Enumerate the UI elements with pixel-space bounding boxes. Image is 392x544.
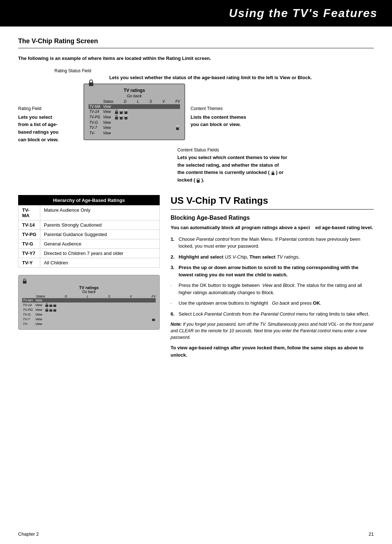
small-row-tvma: TV-MA View [22,298,156,303]
page-header: Using the TV's Features [0,0,392,27]
content-status-bold: Lets you select which content themes to … [177,154,287,184]
svg-rect-19 [197,180,200,183]
svg-rect-12 [124,117,127,119]
rating-cell: TV-Y [19,258,40,268]
steps-list: 1.Choose Parental control from the Main … [171,236,374,318]
step-text: Use the up/down arrow buttons to highlig… [179,300,321,307]
svg-rect-8 [115,117,118,119]
small-diagram: TV ratings Go back StatusDLSVFV TV-MA Vi… [18,275,160,330]
svg-rect-22 [23,281,26,284]
rating-field-left-label: Rating Field Lets you select from a list… [18,84,83,144]
left-col: Hierarchy of Age-Based Ratings TV-MAMatu… [18,195,160,358]
description-cell: Directed to Children 7 years and older [40,249,160,258]
description-cell: All Children [40,258,160,268]
svg-rect-37 [152,319,155,321]
svg-rect-27 [53,305,56,307]
description-cell: Parents Strongly Cautioned [40,220,160,230]
diagram-main-row: Rating Field Lets you select from a list… [18,84,374,144]
small-screen-goback: Go back [22,290,156,294]
rating-status-label: Rating Status Field [54,68,392,73]
us-vchip-title: US V-Chip TV Ratings [171,195,374,210]
content-status-section: Content Status Fields Lets you select wh… [177,147,287,184]
vchip-section: The V-Chip Rating Screen The following i… [18,37,374,184]
svg-rect-15 [176,127,179,130]
screen-row-tv7: TV-7 View [89,125,180,130]
note-box: Note: If you forget your password, turn … [171,321,374,341]
list-item: 2.Highlight and select US V-Chip. Then s… [171,253,374,261]
page-content: The V-Chip Rating Screen The following i… [0,27,392,369]
svg-rect-9 [120,117,123,119]
small-row-tv-: TV- View [22,322,156,326]
step-number: 1. [171,236,176,250]
table-row: TV-Y7Directed to Children 7 years and ol… [19,249,160,258]
svg-rect-18 [271,172,274,175]
step-text: Select Lock Parental Controls from the P… [179,310,369,318]
svg-rect-23 [45,305,48,307]
intro-bold: You can automatically block all program … [171,224,374,231]
svg-rect-24 [49,305,52,307]
rating-cell: TV-Y7 [19,249,40,258]
step-number: · [171,282,176,296]
list-item: 1.Choose Parental control from the Main … [171,236,374,250]
chapter-label: Chapter 2 [18,531,39,537]
blocking-subtitle: Blocking Age-Based Ratings [171,215,374,221]
list-item: ·Press the OK button to toggle between V… [171,282,374,296]
vchip-section-title: The V-Chip Rating Screen [18,37,374,45]
content-themes-right-label: Content Themes Lists the content themes … [185,84,258,129]
small-row-tv7: TV-7 View [22,317,156,321]
rating-cell: TV-PG [19,230,40,239]
screen-lock-icon [88,79,94,87]
main-two-col: Hierarchy of Age-Based Ratings TV-MAMatu… [18,195,374,358]
svg-rect-5 [124,111,127,114]
step-text: Choose Parental control from the Main Me… [179,236,374,250]
screen-row-tvpg: TV-PG View [89,115,180,120]
description-cell: General Audience [40,239,160,249]
diagram-area: Rating Status Field Lets you select whet… [18,68,374,184]
small-row-tvpg: TV-PG View [22,308,156,312]
screen-row-tvma: TV-MA View [89,104,180,109]
rating-cell: TV-MA [19,206,40,220]
final-bold: To view age-based ratings after youve lo… [171,344,374,358]
hierarchy-table-header: Hierarchy of Age-Based Ratings [19,195,160,206]
vchip-subtitle: The following is an example of where ite… [18,56,374,61]
step-number: 6. [171,310,176,318]
content-themes-label: Content Themes [191,105,258,112]
step-text: Highlight and select US V-Chip. Then sel… [179,253,299,261]
small-screen-header: StatusDLSVFV [22,295,156,298]
page-title: Using the TV's Features [15,7,377,20]
diagram-screen: TV ratings Go back Status D L S V FV TV-… [83,84,185,140]
description-cell: Parental Guidance Suggested [40,230,160,239]
page-footer: Chapter 2 21 [18,531,374,537]
screen-row-tv14: TV-14 View [89,109,180,114]
screen-goback: Go back [89,94,180,98]
screen-row-tvg: TV-G View [89,120,180,125]
rating-cell: TV-G [19,239,40,249]
small-row-tvg: TV-G View [22,312,156,317]
rating-field-label: Rating Field [18,105,83,112]
svg-rect-30 [45,309,48,312]
screen-header-row: Status D L S V FV [89,100,180,103]
section-divider [18,48,374,48]
description-cell: Mature Audience Only [40,206,160,220]
svg-rect-31 [49,309,52,312]
step-number: 2. [171,253,176,261]
step-text: Press the OK button to toggle between Vi… [179,282,374,296]
screen-title: TV ratings [89,88,180,93]
content-status-label: Content Status Fields [177,147,287,153]
rating-cell: TV-14 [19,220,40,230]
table-row: TV-YAll Children [19,258,160,268]
small-row-tv14: TV-14 View [22,303,156,307]
svg-rect-34 [53,309,56,312]
page-number: 21 [369,531,374,537]
list-item: ·Use the up/down arrow buttons to highli… [171,300,374,307]
right-col: US V-Chip TV Ratings Blocking Age-Based … [171,195,374,358]
step-number: 3. [171,264,176,278]
table-row: TV-14Parents Strongly Cautioned [19,220,160,230]
svg-rect-2 [120,111,123,114]
step-text: Press the up or down arrow button to scr… [179,264,374,278]
table-row: TV-GGeneral Audience [19,239,160,249]
small-screen-title: TV ratings [22,285,156,290]
list-item: 6.Select Lock Parental Controls from the… [171,310,374,318]
hierarchy-table: Hierarchy of Age-Based Ratings TV-MAMatu… [18,195,160,268]
list-item: 3.Press the up or down arrow button to s… [171,264,374,278]
